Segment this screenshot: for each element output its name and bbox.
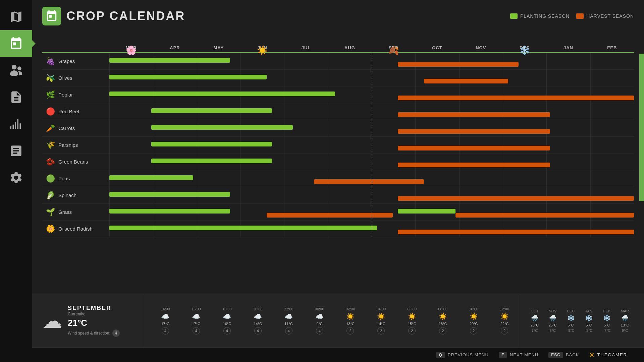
grid-line bbox=[240, 170, 284, 187]
hourly-icons-row: ☁️☁️☁️☁️☁️☁️☀️☀️☀️☀️☀️☀️ bbox=[150, 312, 520, 320]
grid-line bbox=[109, 137, 153, 153]
hourly-temp-9: 18°C bbox=[427, 322, 458, 326]
grid-line bbox=[328, 103, 372, 120]
grid-line bbox=[284, 103, 328, 120]
brand-x-icon: ✕ bbox=[589, 351, 595, 359]
month-header: 🌸MARAPRMAY☀️JUNJULAUG🍂SEPOCTNOV❄️DECJANF… bbox=[109, 29, 634, 52]
month-col-mar: 🌸MAR bbox=[109, 45, 153, 52]
bar-green bbox=[109, 192, 230, 197]
crop-label-green-beans: 🫘Green Beans bbox=[42, 158, 109, 166]
crop-row: 🔴Red Beet bbox=[42, 103, 634, 120]
crop-bars bbox=[109, 187, 634, 203]
grid-line bbox=[415, 53, 459, 69]
grid-line bbox=[284, 154, 328, 170]
hourly-temp-6: 13°C bbox=[335, 322, 366, 326]
page-title: CROP CALENDAR bbox=[66, 9, 185, 23]
weather-hourly: 14:0016:0018:0020:0022:0000:0002:0004:00… bbox=[143, 294, 520, 347]
month-label-jul: JUL bbox=[302, 45, 311, 50]
harvest-color-box bbox=[576, 13, 584, 19]
grid-line bbox=[284, 187, 328, 203]
sidebar bbox=[0, 0, 32, 362]
crop-name: Green Beans bbox=[58, 159, 88, 165]
crop-icon: 🥬 bbox=[46, 191, 55, 200]
grid-line bbox=[503, 120, 546, 136]
sep-dashed-line bbox=[372, 204, 372, 220]
monthly-month-1: NOV bbox=[544, 309, 562, 313]
sep-dashed-line bbox=[372, 137, 372, 153]
month-col-sep: 🍂SEP bbox=[372, 45, 415, 52]
monthly-highs-row: 23°C25°C5°C5°C5°C13°C bbox=[526, 323, 634, 327]
grid-line bbox=[459, 154, 503, 170]
crop-row: 🌱Grass bbox=[42, 204, 634, 221]
crop-name: Oilseed Radish bbox=[58, 226, 93, 232]
crop-row: 🌿Poplar bbox=[42, 86, 634, 103]
sidebar-item-stats[interactable] bbox=[0, 137, 32, 164]
monthly-month-2: DEC bbox=[562, 309, 580, 313]
crop-row: 🍇Grapes bbox=[42, 53, 634, 70]
hourly-time-9: 08:00 bbox=[427, 307, 458, 311]
hourly-temp-0: 17°C bbox=[150, 322, 181, 326]
month-col-dec: ❄️DEC bbox=[503, 45, 546, 52]
month-col-jul: JUL bbox=[284, 45, 328, 52]
hourly-winds-row: 444444222222 bbox=[150, 327, 520, 335]
sidebar-item-production[interactable] bbox=[0, 111, 32, 137]
sidebar-item-calendar[interactable] bbox=[0, 30, 32, 57]
grid-line bbox=[284, 204, 328, 220]
grid-line bbox=[240, 53, 284, 69]
hourly-times-row: 14:0016:0018:0020:0022:0000:0002:0004:00… bbox=[150, 307, 520, 311]
sidebar-item-tasks[interactable] bbox=[0, 84, 32, 111]
month-col-jun: ☀️JUN bbox=[240, 45, 284, 52]
bar-green bbox=[151, 142, 272, 146]
crop-name: Red Beet bbox=[58, 109, 79, 114]
legend-harvest: HARVEST SEASON bbox=[576, 13, 634, 19]
monthly-icon-4: ❄️ bbox=[598, 314, 616, 322]
grid-line bbox=[328, 170, 372, 187]
monthly-low-5: 9°C bbox=[616, 328, 634, 333]
crop-bars bbox=[109, 154, 634, 170]
bottom-btn-next-menu[interactable]: ENEXT MENU bbox=[499, 352, 538, 358]
hourly-temps-row: 17°C17°C16°C14°C11°C9°C13°C14°C15°C18°C2… bbox=[150, 322, 520, 326]
hourly-icon-9: ☀️ bbox=[427, 312, 458, 320]
grid-line bbox=[546, 187, 590, 203]
hourly-temp-11: 22°C bbox=[489, 322, 520, 326]
month-label-feb: FEB bbox=[607, 45, 617, 50]
hourly-icon-1: ☁️ bbox=[181, 312, 212, 320]
crop-icon: 🌱 bbox=[46, 208, 55, 217]
hourly-time-7: 04:00 bbox=[366, 307, 396, 311]
grid-line bbox=[503, 204, 546, 220]
hourly-temp-1: 17°C bbox=[181, 322, 212, 326]
weather-current: ☁ SEPTEMBER Currently: 21°C Wind speed &… bbox=[42, 294, 143, 347]
planting-color-box bbox=[510, 13, 518, 19]
hourly-wind-3: 4 bbox=[243, 327, 273, 335]
grid-line bbox=[415, 154, 459, 170]
header-left: CROP CALENDAR bbox=[42, 7, 185, 25]
hourly-wind-4: 4 bbox=[273, 327, 304, 335]
crop-bars bbox=[109, 137, 634, 153]
hourly-icon-8: ☀️ bbox=[396, 312, 427, 320]
bar-orange bbox=[398, 196, 634, 201]
bar-orange bbox=[424, 79, 508, 83]
monthly-icon-5: 🌧️ bbox=[616, 314, 634, 322]
bottom-btn-back[interactable]: ESCBACK bbox=[548, 352, 579, 358]
sidebar-item-settings[interactable] bbox=[0, 164, 32, 191]
month-label-oct: OCT bbox=[432, 45, 442, 50]
monthly-high-2: 5°C bbox=[562, 323, 580, 327]
grid-line bbox=[109, 103, 153, 120]
crop-rows: 🍇Grapes🫒Olives🌿Poplar🔴Red Beet🥕Carrots🌾P… bbox=[42, 52, 634, 294]
grid-line bbox=[459, 53, 503, 69]
grid-line bbox=[503, 221, 546, 237]
grid-line bbox=[459, 170, 503, 187]
grid-line bbox=[284, 137, 328, 153]
sidebar-active-arrow bbox=[32, 40, 36, 47]
grid-line bbox=[109, 154, 153, 170]
crop-name: Poplar bbox=[58, 92, 73, 98]
bar-green bbox=[151, 125, 293, 130]
sidebar-item-animals[interactable] bbox=[0, 57, 32, 84]
bottom-btn-previous-menu[interactable]: QPREVIOUS MENU bbox=[436, 352, 488, 358]
grid-line bbox=[372, 53, 415, 69]
sep-dashed-line bbox=[372, 103, 372, 120]
weather-wind: Wind speed & direction: 4 bbox=[68, 329, 120, 337]
crop-name: Parsnips bbox=[58, 142, 78, 148]
sidebar-item-map[interactable] bbox=[0, 3, 32, 30]
grid-line bbox=[590, 103, 634, 120]
